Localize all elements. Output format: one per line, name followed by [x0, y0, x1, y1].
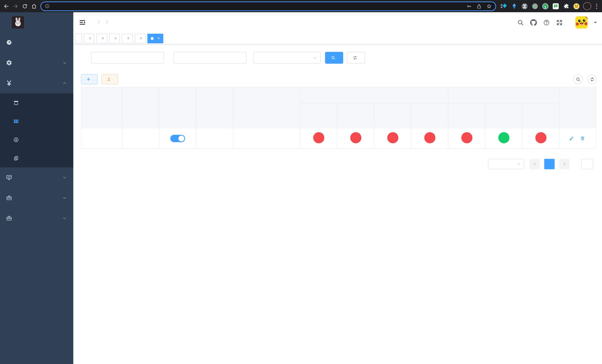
share-icon[interactable] — [476, 3, 482, 9]
sidebar-item-system[interactable] — [0, 53, 73, 73]
close-icon[interactable]: × — [157, 36, 160, 40]
edit-button[interactable] — [569, 136, 575, 141]
breadcrumb: / / — [95, 20, 111, 25]
col-status — [159, 87, 196, 128]
bookmark-star-icon[interactable] — [486, 3, 492, 9]
app-table — [81, 87, 596, 149]
tag-app-info-active[interactable]: × — [147, 33, 163, 43]
sidebar-item-home[interactable] — [0, 32, 73, 53]
svg-text:y: y — [544, 4, 546, 8]
password-key-icon[interactable] — [466, 3, 472, 9]
extension-emoji-icon[interactable] — [573, 3, 580, 10]
delete-button[interactable] — [580, 136, 586, 141]
sidebar-item-payment[interactable] — [0, 73, 73, 93]
cell-app-name — [122, 128, 159, 149]
col-app-name — [122, 87, 159, 128]
app-name-input[interactable] — [91, 52, 164, 64]
sidebar-item-pay-order[interactable] — [0, 130, 73, 149]
page-size-select[interactable] — [488, 159, 524, 169]
col-alipay-scan — [411, 103, 448, 128]
extension-diamond-icon[interactable] — [501, 3, 507, 10]
group-wechat-config — [448, 87, 559, 103]
sidebar-item-dev-tools[interactable] — [0, 188, 73, 208]
status-select[interactable] — [253, 52, 321, 64]
download-icon — [107, 77, 111, 81]
close-icon[interactable]: × — [89, 36, 91, 40]
address-bar[interactable] — [40, 1, 496, 11]
refresh-icon — [353, 55, 357, 60]
navbar-actions — [517, 16, 597, 29]
refresh-table-button[interactable] — [587, 75, 597, 84]
extension-puzzle-icon[interactable] — [563, 3, 570, 10]
tag-home[interactable] — [75, 33, 82, 43]
group-alipay-config — [300, 87, 448, 103]
extension-green-y-icon[interactable]: y — [542, 3, 549, 10]
active-dot — [151, 37, 154, 40]
browser-menu-icon[interactable] — [595, 3, 599, 9]
page-number-active[interactable] — [544, 159, 555, 169]
tag-pay-order[interactable]: × — [109, 33, 120, 43]
github-icon[interactable] — [530, 19, 537, 26]
col-alipay-wap — [374, 103, 411, 128]
col-app-id — [81, 87, 122, 128]
site-info-icon[interactable] — [45, 4, 50, 9]
tag-merchant-info[interactable]: × — [135, 33, 146, 43]
sidebar-item-infrastructure[interactable] — [0, 167, 73, 188]
cell-created — [233, 128, 300, 149]
sidebar-logo[interactable] — [0, 12, 73, 32]
extension-chat-icon[interactable] — [552, 3, 559, 10]
toggle-search-button[interactable] — [573, 75, 583, 84]
close-icon[interactable]: × — [127, 36, 129, 40]
cell-merchant — [196, 128, 233, 149]
tags-view-bar: × × × × × × — [73, 32, 602, 44]
dashboard-icon — [6, 39, 12, 45]
help-icon[interactable] — [543, 19, 550, 26]
tag-refund-order[interactable]: × — [122, 33, 133, 43]
col-wechat-mini — [448, 103, 485, 128]
merchant-name-input[interactable] — [174, 52, 247, 64]
prev-page-button[interactable] — [529, 159, 540, 169]
reset-button[interactable] — [347, 52, 365, 64]
export-button[interactable] — [101, 74, 118, 85]
sidebar-item-refund-order[interactable] — [0, 149, 73, 167]
chevron-down-icon — [63, 216, 67, 220]
next-page-button[interactable] — [559, 159, 570, 169]
status-toggle[interactable] — [170, 135, 185, 142]
grid-table-icon — [13, 118, 19, 124]
sidebar-item-workflow[interactable] — [0, 208, 73, 228]
search-icon — [331, 55, 335, 60]
tag-flow-form[interactable]: × — [84, 33, 95, 43]
chevron-down-icon — [63, 196, 67, 200]
close-icon[interactable]: × — [140, 36, 142, 40]
user-avatar[interactable] — [575, 16, 588, 29]
add-button[interactable] — [81, 74, 98, 85]
close-icon[interactable]: × — [114, 36, 117, 40]
filter-form — [81, 52, 597, 64]
storefront-icon — [13, 100, 19, 105]
search-icon[interactable] — [517, 19, 524, 26]
goto-page-input[interactable] — [581, 159, 593, 169]
forward-icon[interactable] — [13, 3, 19, 9]
back-icon[interactable] — [3, 3, 9, 9]
edit-pencil-icon — [569, 136, 574, 141]
browser-toolbar: y — [0, 0, 602, 12]
col-wechat-app — [522, 103, 559, 128]
sidebar-collapse-icon[interactable] — [79, 19, 86, 26]
sidebar-item-app-info[interactable] — [0, 112, 73, 130]
reload-icon[interactable] — [22, 3, 28, 9]
extension-gem-icon[interactable] — [511, 3, 517, 10]
sidebar-item-merchant-info[interactable] — [0, 93, 73, 112]
wechat-app-status-icon — [535, 132, 546, 143]
extension-command-icon[interactable] — [521, 3, 528, 10]
chevron-right-icon — [562, 162, 566, 166]
fullscreen-icon[interactable] — [556, 19, 563, 26]
top-navbar: / / — [73, 12, 602, 32]
home-icon[interactable] — [31, 3, 37, 9]
tag-user-group[interactable]: × — [97, 33, 107, 43]
browser-update-button[interactable] — [583, 2, 591, 10]
close-icon[interactable]: × — [102, 36, 104, 40]
search-button[interactable] — [325, 52, 343, 64]
toolbox-icon — [6, 215, 12, 221]
avatar-caret-icon[interactable] — [594, 22, 597, 25]
extension-recorder-icon[interactable] — [532, 3, 538, 10]
